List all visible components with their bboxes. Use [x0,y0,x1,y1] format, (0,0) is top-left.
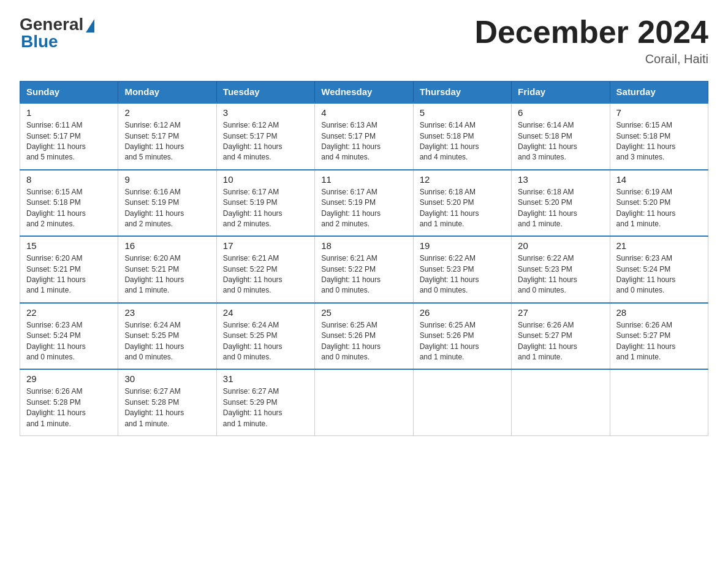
table-row: 3 Sunrise: 6:12 AMSunset: 5:17 PMDayligh… [216,103,314,170]
col-wednesday: Wednesday [315,82,413,103]
day-info: Sunrise: 6:22 AMSunset: 5:23 PMDaylight:… [518,254,577,294]
day-number: 17 [223,240,308,251]
day-number: 12 [420,174,505,185]
day-number: 28 [616,307,702,318]
table-row: 17 Sunrise: 6:21 AMSunset: 5:22 PMDaylig… [216,236,314,303]
table-row: 10 Sunrise: 6:17 AMSunset: 5:19 PMDaylig… [216,170,314,237]
day-number: 10 [223,174,308,185]
day-number: 8 [26,174,112,185]
calendar-week-row: 29 Sunrise: 6:26 AMSunset: 5:28 PMDaylig… [20,369,708,435]
day-info: Sunrise: 6:25 AMSunset: 5:26 PMDaylight:… [321,321,381,361]
day-info: Sunrise: 6:12 AMSunset: 5:17 PMDaylight:… [124,121,184,161]
day-info: Sunrise: 6:26 AMSunset: 5:27 PMDaylight:… [518,321,577,361]
calendar-table: Sunday Monday Tuesday Wednesday Thursday… [20,81,708,436]
table-row: 4 Sunrise: 6:13 AMSunset: 5:17 PMDayligh… [315,103,413,170]
location-label: Corail, Haiti [474,52,708,66]
day-number: 23 [124,307,210,318]
day-number: 22 [26,307,112,318]
day-number: 5 [420,107,505,118]
table-row: 7 Sunrise: 6:15 AMSunset: 5:18 PMDayligh… [610,103,708,170]
day-info: Sunrise: 6:22 AMSunset: 5:23 PMDaylight:… [420,254,479,294]
day-number: 1 [26,107,112,118]
table-row: 19 Sunrise: 6:22 AMSunset: 5:23 PMDaylig… [413,236,511,303]
day-info: Sunrise: 6:14 AMSunset: 5:18 PMDaylight:… [420,121,479,161]
day-info: Sunrise: 6:11 AMSunset: 5:17 PMDaylight:… [26,121,86,161]
day-info: Sunrise: 6:21 AMSunset: 5:22 PMDaylight:… [321,254,381,294]
day-number: 16 [124,240,210,251]
table-row: 13 Sunrise: 6:18 AMSunset: 5:20 PMDaylig… [512,170,610,237]
day-number: 9 [124,174,210,185]
day-number: 20 [518,240,603,251]
table-row: 5 Sunrise: 6:14 AMSunset: 5:18 PMDayligh… [413,103,511,170]
day-number: 6 [518,107,603,118]
day-number: 25 [321,307,406,318]
table-row: 31 Sunrise: 6:27 AMSunset: 5:29 PMDaylig… [216,369,314,435]
day-number: 13 [518,174,603,185]
day-number: 26 [420,307,505,318]
col-sunday: Sunday [20,82,118,103]
table-row [315,369,413,435]
day-info: Sunrise: 6:26 AMSunset: 5:28 PMDaylight:… [26,387,86,427]
month-title: December 2024 [474,15,708,50]
table-row: 30 Sunrise: 6:27 AMSunset: 5:28 PMDaylig… [118,369,216,435]
day-info: Sunrise: 6:12 AMSunset: 5:17 PMDaylight:… [223,121,282,161]
table-row: 24 Sunrise: 6:24 AMSunset: 5:25 PMDaylig… [216,303,314,370]
day-number: 31 [223,373,308,384]
table-row: 8 Sunrise: 6:15 AMSunset: 5:18 PMDayligh… [20,170,118,237]
day-info: Sunrise: 6:23 AMSunset: 5:24 PMDaylight:… [616,254,676,294]
day-info: Sunrise: 6:16 AMSunset: 5:19 PMDaylight:… [124,188,184,228]
day-number: 19 [420,240,505,251]
table-row: 18 Sunrise: 6:21 AMSunset: 5:22 PMDaylig… [315,236,413,303]
calendar-week-row: 8 Sunrise: 6:15 AMSunset: 5:18 PMDayligh… [20,170,708,237]
day-number: 29 [26,373,112,384]
logo-triangle-icon [86,19,94,33]
day-info: Sunrise: 6:14 AMSunset: 5:18 PMDaylight:… [518,121,577,161]
day-number: 30 [124,373,210,384]
day-number: 11 [321,174,406,185]
day-number: 4 [321,107,406,118]
table-row: 11 Sunrise: 6:17 AMSunset: 5:19 PMDaylig… [315,170,413,237]
col-saturday: Saturday [610,82,708,103]
table-row [512,369,610,435]
table-row: 22 Sunrise: 6:23 AMSunset: 5:24 PMDaylig… [20,303,118,370]
col-friday: Friday [512,82,610,103]
day-number: 27 [518,307,603,318]
table-row: 26 Sunrise: 6:25 AMSunset: 5:26 PMDaylig… [413,303,511,370]
day-number: 21 [616,240,702,251]
page-header: General Blue December 2024 Corail, Haiti [20,15,708,66]
table-row: 27 Sunrise: 6:26 AMSunset: 5:27 PMDaylig… [512,303,610,370]
day-info: Sunrise: 6:27 AMSunset: 5:29 PMDaylight:… [223,387,282,427]
table-row: 14 Sunrise: 6:19 AMSunset: 5:20 PMDaylig… [610,170,708,237]
day-number: 14 [616,174,702,185]
day-info: Sunrise: 6:17 AMSunset: 5:19 PMDaylight:… [223,188,282,228]
col-thursday: Thursday [413,82,511,103]
day-number: 2 [124,107,210,118]
table-row: 9 Sunrise: 6:16 AMSunset: 5:19 PMDayligh… [118,170,216,237]
day-info: Sunrise: 6:21 AMSunset: 5:22 PMDaylight:… [223,254,282,294]
calendar-week-row: 15 Sunrise: 6:20 AMSunset: 5:21 PMDaylig… [20,236,708,303]
table-row: 28 Sunrise: 6:26 AMSunset: 5:27 PMDaylig… [610,303,708,370]
day-info: Sunrise: 6:17 AMSunset: 5:19 PMDaylight:… [321,188,381,228]
day-info: Sunrise: 6:15 AMSunset: 5:18 PMDaylight:… [26,188,86,228]
day-info: Sunrise: 6:26 AMSunset: 5:27 PMDaylight:… [616,321,676,361]
table-row: 2 Sunrise: 6:12 AMSunset: 5:17 PMDayligh… [118,103,216,170]
day-info: Sunrise: 6:20 AMSunset: 5:21 PMDaylight:… [26,254,86,294]
calendar-week-row: 22 Sunrise: 6:23 AMSunset: 5:24 PMDaylig… [20,303,708,370]
col-monday: Monday [118,82,216,103]
table-row: 21 Sunrise: 6:23 AMSunset: 5:24 PMDaylig… [610,236,708,303]
table-row: 23 Sunrise: 6:24 AMSunset: 5:25 PMDaylig… [118,303,216,370]
calendar-week-row: 1 Sunrise: 6:11 AMSunset: 5:17 PMDayligh… [20,103,708,170]
day-number: 7 [616,107,702,118]
logo: General Blue [20,15,94,52]
table-row: 29 Sunrise: 6:26 AMSunset: 5:28 PMDaylig… [20,369,118,435]
calendar-header-row: Sunday Monday Tuesday Wednesday Thursday… [20,82,708,103]
day-number: 18 [321,240,406,251]
table-row: 12 Sunrise: 6:18 AMSunset: 5:20 PMDaylig… [413,170,511,237]
day-number: 24 [223,307,308,318]
day-number: 3 [223,107,308,118]
day-number: 15 [26,240,112,251]
day-info: Sunrise: 6:15 AMSunset: 5:18 PMDaylight:… [616,121,676,161]
day-info: Sunrise: 6:19 AMSunset: 5:20 PMDaylight:… [616,188,676,228]
day-info: Sunrise: 6:24 AMSunset: 5:25 PMDaylight:… [223,321,282,361]
day-info: Sunrise: 6:18 AMSunset: 5:20 PMDaylight:… [420,188,479,228]
